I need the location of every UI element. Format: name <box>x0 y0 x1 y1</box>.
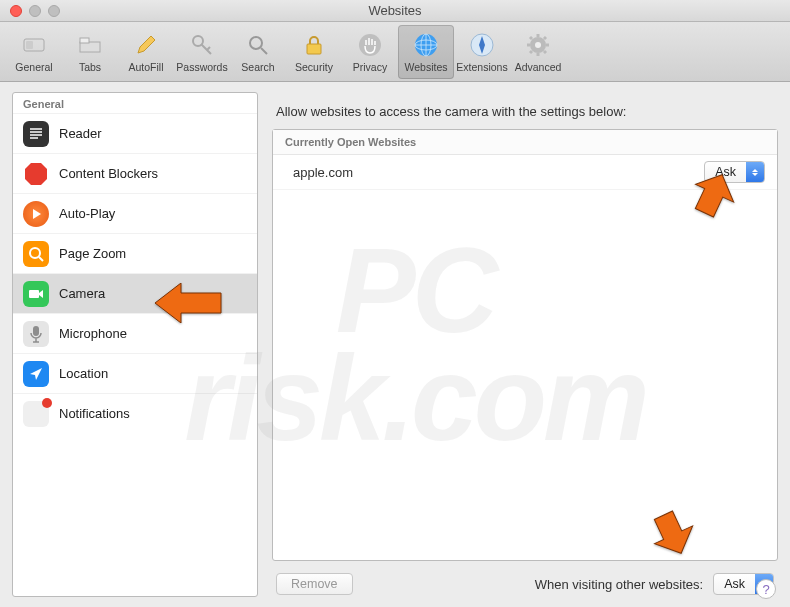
toolbar-label: Security <box>295 61 333 73</box>
permission-select[interactable]: Ask <box>704 161 765 183</box>
globe-icon <box>412 31 440 59</box>
window-title: Websites <box>0 3 790 18</box>
sidebar-item-label: Page Zoom <box>59 246 126 261</box>
sidebar-item-autoplay[interactable]: Auto-Play <box>13 193 257 233</box>
toolbar-item-autofill[interactable]: AutoFill <box>118 25 174 79</box>
sidebar-item-camera[interactable]: Camera <box>13 273 257 313</box>
toolbar-label: General <box>15 61 52 73</box>
toolbar-label: Tabs <box>79 61 101 73</box>
play-icon <box>23 201 49 227</box>
microphone-icon <box>23 321 49 347</box>
right-pane: Allow websites to access the camera with… <box>272 92 778 597</box>
toolbar-label: AutoFill <box>128 61 163 73</box>
sidebar-item-label: Auto-Play <box>59 206 115 221</box>
toolbar-item-advanced[interactable]: Advanced <box>510 25 566 79</box>
titlebar: Websites <box>0 0 790 22</box>
svg-point-15 <box>30 248 40 258</box>
hand-icon <box>356 31 384 59</box>
panel-header: Currently Open Websites <box>273 130 777 155</box>
chevron-updown-icon <box>746 162 764 182</box>
content-area: General Reader Content Blockers Auto-Pla… <box>0 82 790 607</box>
toolbar-item-passwords[interactable]: Passwords <box>174 25 230 79</box>
sidebar-item-notifications[interactable]: Notifications <box>13 393 257 433</box>
pane-heading: Allow websites to access the camera with… <box>272 92 778 129</box>
remove-button[interactable]: Remove <box>276 573 353 595</box>
sidebar-item-label: Camera <box>59 286 105 301</box>
toolbar-item-websites[interactable]: Websites <box>398 25 454 79</box>
svg-marker-14 <box>25 163 47 185</box>
toolbar-item-search[interactable]: Search <box>230 25 286 79</box>
pencil-icon <box>132 31 160 59</box>
websites-panel: Currently Open Websites apple.com Ask <box>272 129 778 561</box>
camera-icon <box>23 281 49 307</box>
svg-point-5 <box>250 37 262 49</box>
svg-point-13 <box>535 42 541 48</box>
reader-icon <box>23 121 49 147</box>
other-websites-label: When visiting other websites: <box>535 577 703 592</box>
lock-icon <box>300 31 328 59</box>
panel-footer: Remove When visiting other websites: Ask <box>272 561 778 597</box>
sidebar: General Reader Content Blockers Auto-Pla… <box>12 92 258 597</box>
tabs-icon <box>76 31 104 59</box>
svg-rect-16 <box>29 290 39 298</box>
svg-rect-3 <box>80 38 89 43</box>
zoom-icon <box>23 241 49 267</box>
toolbar-item-tabs[interactable]: Tabs <box>62 25 118 79</box>
sidebar-item-reader[interactable]: Reader <box>13 113 257 153</box>
sidebar-item-label: Location <box>59 366 108 381</box>
sidebar-item-label: Notifications <box>59 406 130 421</box>
svg-rect-1 <box>26 41 33 49</box>
compass-icon <box>468 31 496 59</box>
toolbar-label: Extensions <box>456 61 507 73</box>
select-value: Ask <box>705 165 746 179</box>
switch-icon <box>20 31 48 59</box>
toolbar-label: Passwords <box>176 61 227 73</box>
sidebar-item-pagezoom[interactable]: Page Zoom <box>13 233 257 273</box>
notifications-icon <box>23 401 49 427</box>
key-icon <box>188 31 216 59</box>
select-value: Ask <box>714 577 755 591</box>
sidebar-item-label: Reader <box>59 126 102 141</box>
sidebar-item-microphone[interactable]: Microphone <box>13 313 257 353</box>
svg-rect-17 <box>33 326 39 336</box>
sidebar-header: General <box>13 93 257 113</box>
location-icon <box>23 361 49 387</box>
toolbar-item-extensions[interactable]: Extensions <box>454 25 510 79</box>
website-domain: apple.com <box>293 165 696 180</box>
toolbar-item-general[interactable]: General <box>6 25 62 79</box>
toolbar-label: Advanced <box>515 61 562 73</box>
sidebar-item-label: Content Blockers <box>59 166 158 181</box>
toolbar-item-privacy[interactable]: Privacy <box>342 25 398 79</box>
gear-icon <box>524 31 552 59</box>
toolbar-label: Search <box>241 61 274 73</box>
search-icon <box>244 31 272 59</box>
stop-icon <box>23 161 49 187</box>
help-button[interactable]: ? <box>756 579 776 599</box>
sidebar-item-label: Microphone <box>59 326 127 341</box>
svg-rect-6 <box>307 44 321 54</box>
preferences-toolbar: General Tabs AutoFill Passwords Search S… <box>0 22 790 82</box>
toolbar-label: Websites <box>405 61 448 73</box>
sidebar-item-contentblockers[interactable]: Content Blockers <box>13 153 257 193</box>
toolbar-item-security[interactable]: Security <box>286 25 342 79</box>
website-row[interactable]: apple.com Ask <box>273 155 777 190</box>
sidebar-item-location[interactable]: Location <box>13 353 257 393</box>
toolbar-label: Privacy <box>353 61 387 73</box>
